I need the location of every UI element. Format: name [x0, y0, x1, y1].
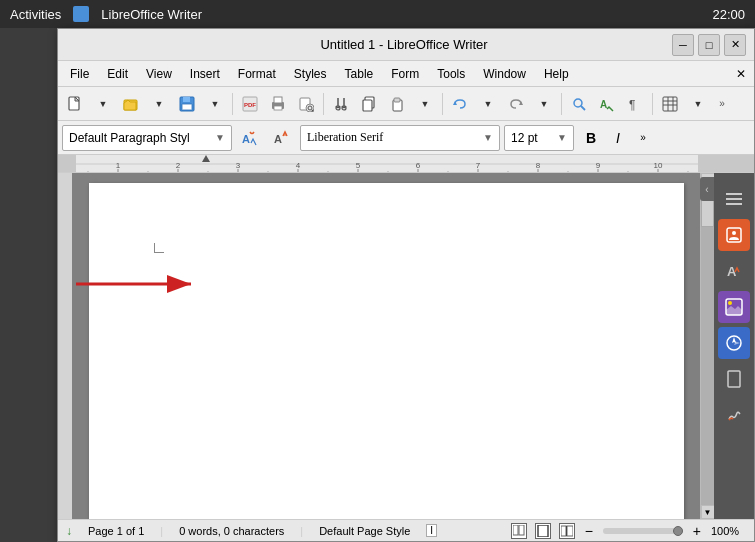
save-button[interactable]	[174, 91, 200, 117]
print-button[interactable]	[265, 91, 291, 117]
text-cursor	[154, 243, 164, 253]
svg-text:A: A	[600, 99, 607, 110]
italic-button[interactable]: I	[605, 125, 631, 151]
toolbar1-more-button[interactable]: »	[713, 91, 731, 117]
minimize-button[interactable]: ─	[672, 34, 694, 56]
svg-marker-83	[734, 341, 740, 345]
zoom-minus-button[interactable]: −	[583, 523, 595, 539]
menu-edit[interactable]: Edit	[99, 65, 136, 83]
content-area: ▲ ▼ ‹ A	[58, 173, 754, 519]
svg-rect-85	[513, 525, 518, 535]
ruler-svg: 1 2 3 4 5 6 7 8 9 10	[58, 155, 754, 173]
font-name-dropdown[interactable]: Liberation Serif ▼	[300, 125, 500, 151]
copy-button[interactable]	[356, 91, 382, 117]
scroll-down-button[interactable]: ▼	[701, 505, 715, 519]
zoom-slider[interactable]	[603, 528, 683, 534]
page-layout-icon[interactable]	[511, 523, 527, 539]
zoom-level-label[interactable]: 100%	[711, 525, 746, 537]
menu-file[interactable]: File	[62, 65, 97, 83]
svg-text:5: 5	[356, 161, 361, 170]
maximize-button[interactable]: □	[698, 34, 720, 56]
view-mode-badge[interactable]: I	[426, 524, 437, 537]
menu-tools[interactable]: Tools	[429, 65, 473, 83]
export-pdf-button[interactable]: PDF	[237, 91, 263, 117]
menu-help[interactable]: Help	[536, 65, 577, 83]
right-panel-signatures-button[interactable]	[718, 399, 750, 431]
text-formatting-buttons: B I	[578, 125, 631, 151]
insert-table-dropdown-button[interactable]: ▼	[685, 91, 711, 117]
activities-label[interactable]: Activities	[10, 7, 61, 22]
menu-view[interactable]: View	[138, 65, 180, 83]
menu-window[interactable]: Window	[475, 65, 534, 83]
save-dropdown-button[interactable]: ▼	[202, 91, 228, 117]
toolbar-separator-4	[561, 93, 562, 115]
svg-text:4: 4	[296, 161, 301, 170]
font-size-dropdown[interactable]: 12 pt ▼	[504, 125, 574, 151]
svg-point-77	[732, 231, 736, 235]
zoom-thumb[interactable]	[673, 526, 683, 536]
window-title: Untitled 1 - LibreOffice Writer	[136, 37, 672, 52]
cut-button[interactable]	[328, 91, 354, 117]
download-icon: ↓	[66, 524, 72, 538]
undo-dropdown-button[interactable]: ▼	[475, 91, 501, 117]
svg-text:3: 3	[236, 161, 241, 170]
redo-dropdown-button[interactable]: ▼	[531, 91, 557, 117]
formatting-marks-button[interactable]: ¶	[622, 91, 648, 117]
new-button[interactable]	[62, 91, 88, 117]
undo-button[interactable]	[447, 91, 473, 117]
zoom-plus-button[interactable]: +	[691, 523, 703, 539]
right-panel-menu-button[interactable]	[718, 183, 750, 215]
open-button[interactable]	[118, 91, 144, 117]
paragraph-style-value: Default Paragraph Styl	[69, 131, 190, 145]
close-window-button[interactable]: ✕	[724, 34, 746, 56]
svg-rect-86	[519, 525, 524, 535]
menu-close-button[interactable]: ✕	[732, 65, 750, 83]
window-controls: ─ □ ✕	[672, 34, 746, 56]
menu-form[interactable]: Form	[383, 65, 427, 83]
toolbar2-more-button[interactable]: »	[635, 125, 651, 151]
svg-rect-19	[394, 98, 400, 102]
menu-styles[interactable]: Styles	[286, 65, 335, 83]
page-style-label: Default Page Style	[319, 525, 410, 537]
single-page-icon[interactable]	[535, 523, 551, 539]
redo-button[interactable]	[503, 91, 529, 117]
paragraph-style-dropdown[interactable]: Default Paragraph Styl ▼	[62, 125, 232, 151]
svg-point-80	[728, 301, 732, 305]
menu-insert[interactable]: Insert	[182, 65, 228, 83]
sidebar-collapse-button[interactable]: ‹	[700, 177, 714, 201]
svg-text:10: 10	[654, 161, 663, 170]
right-panel-styles-button[interactable]: A	[718, 255, 750, 287]
paste-dropdown-button[interactable]: ▼	[412, 91, 438, 117]
insert-table-button[interactable]	[657, 91, 683, 117]
menu-format[interactable]: Format	[230, 65, 284, 83]
update-style-button[interactable]: A	[236, 125, 264, 151]
bold-button[interactable]: B	[578, 125, 604, 151]
svg-rect-8	[274, 97, 282, 103]
find-button[interactable]	[566, 91, 592, 117]
svg-rect-87	[538, 525, 548, 537]
toolbar-separator-2	[323, 93, 324, 115]
paste-button[interactable]	[384, 91, 410, 117]
document-page[interactable]	[89, 183, 684, 519]
svg-rect-17	[363, 100, 372, 111]
scroll-track[interactable]	[701, 187, 714, 505]
book-view-icon[interactable]	[559, 523, 575, 539]
word-count-label: 0 words, 0 characters	[179, 525, 284, 537]
svg-point-22	[574, 99, 582, 107]
document-canvas[interactable]	[72, 173, 700, 519]
spellcheck-button[interactable]: A	[594, 91, 620, 117]
svg-line-13	[312, 110, 314, 112]
system-bar: Activities LibreOffice Writer 22:00	[0, 0, 755, 28]
right-panel-page-button[interactable]	[718, 363, 750, 395]
right-panel-properties-button[interactable]	[718, 219, 750, 251]
right-panel-navigator-button[interactable]	[718, 327, 750, 359]
open-dropdown-button[interactable]: ▼	[146, 91, 172, 117]
new-dropdown-button[interactable]: ▼	[90, 91, 116, 117]
print-preview-button[interactable]	[293, 91, 319, 117]
scrollbar-vertical: ▲ ▼	[700, 173, 714, 519]
font-effects-button[interactable]: A	[268, 125, 296, 151]
system-bar-left: Activities LibreOffice Writer	[10, 6, 202, 22]
svg-text:8: 8	[536, 161, 541, 170]
right-panel-gallery-button[interactable]	[718, 291, 750, 323]
menu-table[interactable]: Table	[337, 65, 382, 83]
